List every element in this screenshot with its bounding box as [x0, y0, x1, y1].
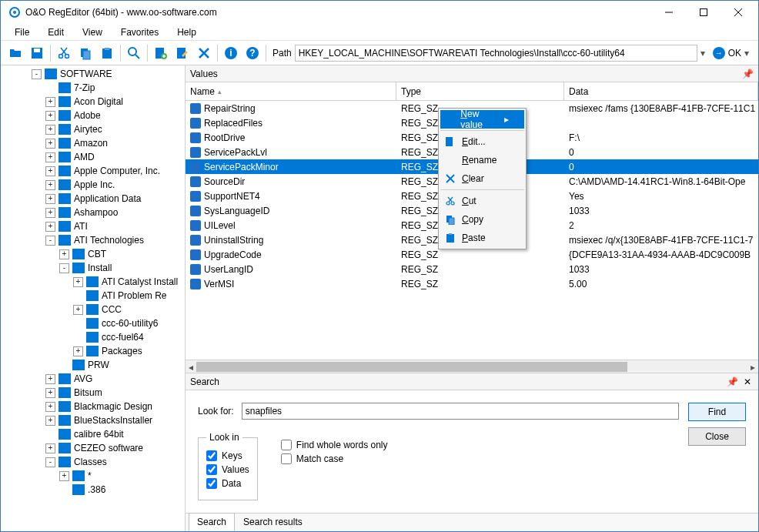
- tree-label[interactable]: ATI Catalyst Install: [102, 276, 178, 287]
- col-name[interactable]: Name▴: [186, 82, 396, 100]
- tree-label[interactable]: ccc-fuel64: [102, 332, 144, 343]
- expand-icon[interactable]: +: [45, 402, 55, 412]
- tree-node[interactable]: calibre 64bit: [4, 427, 185, 441]
- expand-icon[interactable]: +: [59, 249, 69, 259]
- tree-label[interactable]: *: [88, 470, 92, 481]
- minimize-button[interactable]: [651, 1, 686, 24]
- expand-icon[interactable]: +: [45, 125, 55, 135]
- expand-icon[interactable]: +: [45, 97, 55, 107]
- collapse-icon[interactable]: -: [45, 236, 55, 246]
- whole-words-checkbox[interactable]: Find whole words only: [281, 440, 388, 450]
- scroll-right-icon[interactable]: ▸: [747, 360, 758, 373]
- keys-checkbox[interactable]: Keys: [206, 450, 249, 461]
- expand-icon[interactable]: +: [73, 346, 83, 356]
- tree-node[interactable]: +Airytec: [4, 122, 185, 136]
- tree-label[interactable]: AMD: [74, 152, 95, 162]
- menu-help[interactable]: Help: [169, 25, 204, 39]
- tree-node[interactable]: .386: [4, 483, 185, 497]
- path-dropdown-icon[interactable]: ▾: [700, 48, 705, 59]
- tree-label[interactable]: .386: [88, 484, 105, 495]
- close-search-button[interactable]: Close: [688, 427, 746, 446]
- expand-icon[interactable]: +: [59, 471, 69, 481]
- menu-view[interactable]: View: [75, 25, 110, 39]
- info-icon[interactable]: i: [221, 43, 241, 63]
- col-type[interactable]: Type: [396, 82, 564, 100]
- tree-label[interactable]: Adobe: [74, 110, 101, 121]
- copy-icon[interactable]: [75, 43, 95, 63]
- expand-icon[interactable]: +: [45, 388, 55, 398]
- tree-label[interactable]: SOFTWARE: [60, 69, 112, 79]
- tree-node[interactable]: +Ashampoo: [4, 206, 185, 219]
- menu-item[interactable]: Paste: [440, 229, 524, 247]
- expand-icon[interactable]: +: [45, 374, 55, 384]
- tree-label[interactable]: ATI Technologies: [74, 235, 144, 246]
- tree-node[interactable]: +ATI: [4, 219, 185, 233]
- ok-button[interactable]: → OK ▾: [708, 44, 754, 62]
- tree-label[interactable]: 7-Zip: [74, 82, 95, 93]
- expand-icon[interactable]: +: [45, 208, 55, 218]
- find-button[interactable]: Find: [688, 403, 746, 421]
- tab-search[interactable]: Search: [189, 513, 235, 531]
- tree-label[interactable]: ATI Problem Re: [102, 290, 166, 301]
- close-panel-icon[interactable]: ✕: [741, 376, 754, 388]
- tree-label[interactable]: Airytec: [74, 124, 102, 135]
- open-file-icon[interactable]: [5, 43, 25, 63]
- tree-label[interactable]: Packages: [102, 346, 142, 356]
- data-checkbox[interactable]: Data: [206, 478, 249, 489]
- delete-icon[interactable]: [194, 43, 214, 63]
- tree-label[interactable]: Blackmagic Design: [74, 401, 152, 412]
- path-input[interactable]: [295, 45, 697, 62]
- menu-item[interactable]: New value▸: [440, 110, 524, 129]
- tree-node[interactable]: ccc-fuel64: [4, 330, 185, 344]
- tree-node[interactable]: ATI Problem Re: [4, 289, 185, 303]
- tree-node[interactable]: +CCC: [4, 303, 185, 316]
- tree-node[interactable]: -Install: [4, 261, 185, 275]
- expand-icon[interactable]: +: [45, 222, 55, 232]
- match-case-checkbox[interactable]: Match case: [281, 453, 388, 464]
- tree-node[interactable]: +Apple Computer, Inc.: [4, 164, 185, 178]
- table-row[interactable]: VerMSIREG_SZ5.00: [186, 276, 758, 291]
- tree-node[interactable]: +*: [4, 469, 185, 483]
- menu-item[interactable]: Edit...: [440, 132, 524, 151]
- tree-label[interactable]: ccc-60-utility6: [102, 318, 158, 329]
- tree-label[interactable]: BlueStacksInstaller: [74, 415, 152, 426]
- tree-node[interactable]: +Blackmagic Design: [4, 400, 185, 413]
- tree-label[interactable]: CEZEO software: [74, 443, 143, 453]
- tree-node[interactable]: +Amazon: [4, 136, 185, 150]
- tree-label[interactable]: Install: [88, 263, 112, 273]
- tree-label[interactable]: CCC: [102, 304, 122, 315]
- expand-icon[interactable]: +: [45, 111, 55, 121]
- expand-icon[interactable]: +: [45, 139, 55, 149]
- pin-icon[interactable]: 📌: [741, 68, 754, 80]
- registry-tree[interactable]: -SOFTWARE7-Zip+Acon Digital+Adobe+Airyte…: [1, 65, 186, 531]
- tree-label[interactable]: Classes: [74, 457, 107, 467]
- menu-item[interactable]: Copy: [440, 210, 524, 229]
- tree-node[interactable]: +BlueStacksInstaller: [4, 413, 185, 427]
- tab-search-results[interactable]: Search results: [235, 513, 311, 531]
- col-data[interactable]: Data: [564, 82, 758, 100]
- search-input[interactable]: [242, 403, 679, 420]
- collapse-icon[interactable]: -: [45, 457, 55, 467]
- scroll-thumb[interactable]: [196, 362, 627, 372]
- ok-dropdown-icon[interactable]: ▾: [744, 48, 749, 59]
- tree-label[interactable]: Bitsum: [74, 387, 102, 398]
- expand-icon[interactable]: +: [45, 152, 55, 162]
- tree-node[interactable]: -SOFTWARE: [4, 67, 185, 81]
- edit-icon[interactable]: [172, 43, 192, 63]
- help-icon[interactable]: ?: [242, 43, 262, 63]
- menu-file[interactable]: File: [7, 25, 37, 39]
- values-grid[interactable]: RepairStringREG_SZmsiexec /fams {130E8AB…: [186, 101, 758, 360]
- expand-icon[interactable]: +: [73, 277, 83, 287]
- new-value-icon[interactable]: [151, 43, 171, 63]
- menu-item[interactable]: Cut: [440, 192, 524, 210]
- expand-icon[interactable]: +: [45, 180, 55, 190]
- pin-icon[interactable]: 📌: [726, 376, 738, 388]
- menu-item[interactable]: Clear: [440, 169, 524, 188]
- values-checkbox[interactable]: Values: [206, 464, 249, 475]
- tree-node[interactable]: +ATI Catalyst Install: [4, 275, 185, 289]
- tree-label[interactable]: Application Data: [74, 193, 141, 204]
- maximize-button[interactable]: [686, 1, 721, 24]
- tree-label[interactable]: AVG: [74, 373, 92, 384]
- expand-icon[interactable]: +: [45, 166, 55, 176]
- tree-label[interactable]: Acon Digital: [74, 96, 123, 107]
